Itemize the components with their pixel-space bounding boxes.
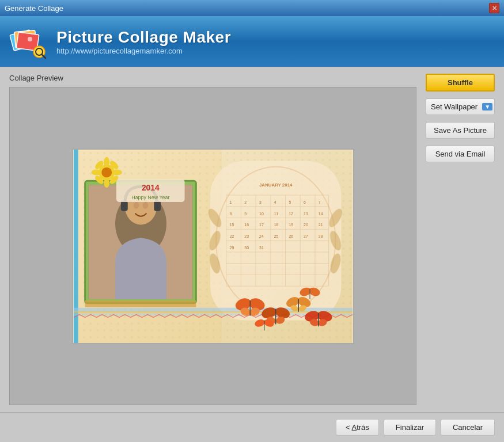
set-wallpaper-label: Set Wallpaper	[431, 102, 478, 111]
preview-section: Collage Preview	[9, 74, 416, 405]
svg-point-76	[133, 201, 139, 208]
svg-text:21: 21	[318, 223, 323, 227]
svg-text:30: 30	[244, 245, 249, 249]
svg-text:17: 17	[259, 223, 264, 227]
svg-text:8: 8	[229, 211, 232, 215]
svg-text:29: 29	[229, 245, 234, 249]
svg-rect-78	[85, 300, 196, 307]
svg-point-3	[28, 37, 32, 41]
svg-point-77	[142, 201, 148, 208]
svg-text:20: 20	[304, 223, 308, 227]
finalize-button[interactable]: Finalizar	[384, 419, 436, 436]
svg-text:1: 1	[229, 200, 232, 204]
svg-point-81	[104, 157, 109, 167]
dropdown-arrow-icon: ▼	[482, 103, 492, 110]
svg-text:27: 27	[304, 234, 308, 238]
svg-rect-74	[120, 200, 127, 211]
bottom-bar: < Atrás Finalizar Cancelar	[0, 412, 504, 442]
svg-text:2014: 2014	[141, 183, 159, 192]
close-button[interactable]: ✕	[489, 3, 499, 13]
svg-text:13: 13	[304, 211, 308, 215]
collage-preview-image: 1234567 891011121314 15161718192021 2223…	[72, 148, 354, 344]
header-bar: Picture Collage Maker http://www/picture…	[0, 16, 504, 67]
svg-text:23: 23	[244, 234, 249, 238]
app-url: http://www/picturecollagemamker.com	[56, 47, 231, 55]
svg-point-82	[104, 177, 109, 188]
preview-box: 1234567 891011121314 15161718192021 2223…	[9, 87, 416, 405]
svg-text:16: 16	[244, 223, 249, 227]
svg-text:25: 25	[274, 234, 278, 238]
svg-point-80	[101, 167, 112, 177]
svg-text:2: 2	[244, 200, 247, 204]
app-title: Picture Collage Maker	[56, 28, 231, 47]
svg-text:22: 22	[229, 234, 234, 238]
title-bar: Generate Collage ✕	[0, 0, 504, 16]
save-as-picture-button[interactable]: Save As Picture	[426, 122, 495, 139]
svg-text:28: 28	[318, 234, 323, 238]
svg-text:6: 6	[304, 200, 306, 204]
svg-text:24: 24	[259, 234, 264, 238]
svg-text:7: 7	[318, 200, 320, 204]
app-logo	[9, 22, 48, 61]
send-via-email-button[interactable]: Send via Email	[426, 146, 495, 162]
svg-text:10: 10	[259, 211, 264, 215]
svg-text:15: 15	[229, 223, 234, 227]
svg-text:Happy New Year: Happy New Year	[131, 194, 169, 200]
svg-rect-75	[154, 200, 161, 211]
svg-text:12: 12	[289, 211, 293, 215]
back-label: A	[352, 423, 357, 432]
right-panel: Shuffle Set Wallpaper ▼ Save As Picture …	[426, 74, 495, 405]
svg-text:18: 18	[274, 223, 278, 227]
svg-text:JANUARY 2014: JANUARY 2014	[259, 182, 292, 188]
cancel-button[interactable]: Cancelar	[441, 419, 495, 436]
main-content: Collage Preview	[0, 67, 504, 412]
preview-label: Collage Preview	[9, 74, 416, 82]
back-button[interactable]: < Atrás	[336, 419, 379, 436]
set-wallpaper-button[interactable]: Set Wallpaper ▼	[426, 98, 495, 115]
svg-point-84	[112, 169, 122, 175]
svg-text:4: 4	[274, 200, 276, 204]
svg-text:5: 5	[289, 200, 291, 204]
svg-text:14: 14	[318, 211, 323, 215]
svg-text:11: 11	[274, 211, 278, 215]
svg-text:9: 9	[244, 211, 247, 215]
svg-text:3: 3	[259, 200, 262, 204]
svg-text:26: 26	[289, 234, 293, 238]
header-text: Picture Collage Maker http://www/picture…	[56, 28, 231, 55]
shuffle-button[interactable]: Shuffle	[426, 74, 495, 92]
svg-text:31: 31	[259, 245, 264, 249]
svg-point-83	[91, 169, 101, 175]
svg-text:19: 19	[289, 223, 293, 227]
window-title: Generate Collage	[5, 4, 63, 13]
